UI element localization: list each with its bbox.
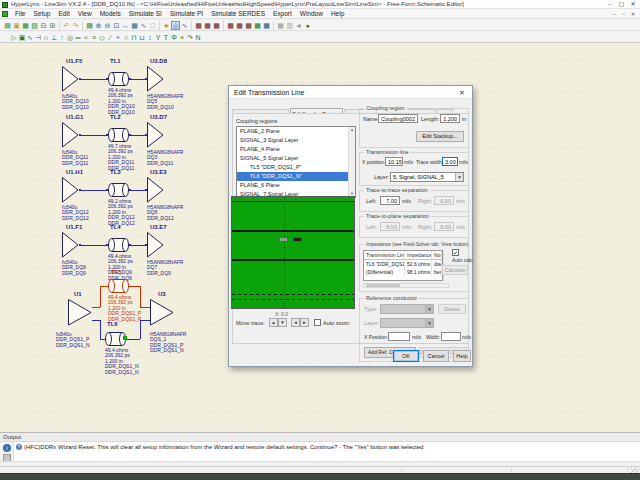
new-schematic-icon[interactable]: ▤ [3,21,12,30]
net-name-tool-icon[interactable]: N [194,33,202,42]
ddr-wizard-icon[interactable]: ▦ [262,21,271,30]
move-trace-down-button[interactable]: ▼ [278,318,287,327]
grid-toggle-icon[interactable]: ▦ [276,21,285,30]
tline-symbol[interactable] [108,72,129,86]
menu-models[interactable]: Models [96,9,125,19]
spectrum-analyzer-icon[interactable]: ∿ [180,21,189,30]
copy-icon[interactable]: ⊞ [48,21,57,30]
connector-tool-icon[interactable]: ◇ [98,33,106,42]
wire-tool-icon[interactable]: ∕ [106,33,114,42]
impedance-table-hscrollbar[interactable] [363,283,449,288]
probe-tool-icon[interactable]: Φ [170,33,178,42]
region-list-item[interactable]: PLANE_2 Plane [237,127,355,136]
cross-section-preview[interactable] [231,196,355,309]
tline-symbol[interactable] [108,183,129,197]
sweep-manager-icon[interactable]: ▦ [235,21,244,30]
ibis-model-icon[interactable]: ▦ [253,21,262,30]
region-list-item[interactable]: SIGNAL_5 Signal Layer [237,154,355,163]
driver-buffer-symbol[interactable] [62,66,79,92]
doc-close-button[interactable]: ✕ [629,9,637,19]
preview-trace-tl5[interactable] [280,238,287,241]
close-button[interactable]: ✕ [628,0,638,9]
menu-edit[interactable]: Edit [54,9,73,19]
output-panel-body[interactable]: ? (HFC)DDRx Wizard Reset: This will clea… [14,442,640,461]
tline-symbol[interactable] [108,238,129,252]
terminator-tool-icon[interactable]: ⊔ [138,33,146,42]
minimize-button[interactable]: – [605,0,615,9]
layer-combo[interactable]: 5, Signal, SIGNAL_5▼ [390,172,464,182]
trace-width-field[interactable]: 3.00 [442,157,458,166]
diff-receiver-symbol[interactable] [150,299,174,326]
menu-setup[interactable]: Setup [29,9,54,19]
chevron-down-icon[interactable]: ▼ [455,173,463,181]
menu-simulate-pi[interactable]: Simulate PI [166,9,207,19]
wizard-icon[interactable]: ★ [162,21,171,30]
zoom-board-icon[interactable]: ⊡ [112,21,121,30]
ground-tool-icon[interactable]: ⊥ [50,33,58,42]
region-list-item[interactable]: TL5 "DDR_DQS1_P" [237,163,355,172]
impedance-table-row[interactable]: (Differential)98.1 ohmsbest [364,268,442,276]
impedance-table[interactable]: Transmission LineImpedanceNoteTL6 "DDR_D… [363,250,443,281]
doc-restore-button[interactable]: ▫ [619,9,627,19]
redo-icon[interactable]: ↷ [71,21,80,30]
maximize-button[interactable]: ▢ [616,0,626,9]
bert-scan-icon[interactable]: ▦ [226,21,235,30]
move-trace-left-button[interactable]: ◄ [291,318,300,327]
stub-tool-icon[interactable]: ⊓ [130,33,138,42]
junction-tool-icon[interactable]: + [114,33,122,42]
bathtub-curve-icon[interactable]: ▦ [203,21,212,30]
undo-icon[interactable]: ↶ [62,21,71,30]
x-position-field[interactable]: 10.15 [385,157,403,166]
ref-width-field[interactable] [441,332,461,341]
ref-x-position-field[interactable] [388,332,410,341]
menu-help[interactable]: Help [327,9,348,19]
ic-tool-icon[interactable]: ▣ [18,33,26,42]
driver-buffer-symbol[interactable] [62,232,79,258]
menu-view[interactable]: View [74,9,96,19]
print-icon[interactable]: ⊟ [39,21,48,30]
diff-pair-tool-icon[interactable]: ↕ [146,33,154,42]
power-tool-icon[interactable]: ↑ [58,33,66,42]
dialog-title-bar[interactable]: Edit Transmission Line ✕ [229,86,472,99]
region-list-item[interactable]: PLANE_6 Plane [237,181,355,190]
help-icon[interactable]: ● [303,21,312,30]
tline-symbol[interactable] [108,128,129,142]
region-list-item[interactable]: PLANE_4 Plane [237,145,355,154]
inductor-tool-icon[interactable]: ∩ [42,33,50,42]
edit-stackup-button[interactable]: Edit Stackup... [416,131,464,142]
menu-simulate-si[interactable]: Simulate SI [125,9,166,19]
move-trace-right-button[interactable]: ► [300,318,309,327]
region-list-item[interactable]: SIGNAL_3 Signal Layer [237,136,355,145]
spreadsheet-icon[interactable]: ▦ [130,21,139,30]
crosstalk-icon[interactable]: ▦ [244,21,253,30]
receiver-buffer-symbol[interactable] [147,177,164,203]
selection-handle[interactable] [123,336,127,340]
pin-tool-icon[interactable]: ○ [122,33,130,42]
pan-icon[interactable]: ↔ [121,21,130,30]
doc-minimize-button[interactable]: – [610,9,618,19]
open-icon[interactable]: ▣ [12,21,21,30]
preview-trace-tl6-selected[interactable] [293,237,302,242]
impedance-table-row[interactable]: TL6 "DDR_DQS1_N"52.6 ohmsdiago [364,260,442,268]
region-list-item[interactable]: TL6 "DDR_DQS1_N" [237,172,355,181]
auto-zoom-checkbox[interactable] [314,319,321,326]
save-icon[interactable]: ▦ [21,21,30,30]
driver-buffer-symbol[interactable] [62,122,79,148]
options-icon[interactable]: ▥ [285,21,294,30]
waveform-icon[interactable]: ∿ [139,21,148,30]
length-field[interactable]: 1.200 [440,114,460,123]
speaker-icon[interactable]: ◄ [294,21,303,30]
coupling-regions-list[interactable]: PLANE_2 PlaneSIGNAL_3 Signal LayerPLANE_… [236,126,356,198]
menu-export[interactable]: Export [269,9,296,19]
info-icon[interactable]: i [3,444,11,452]
delete-tool-icon[interactable]: × [178,33,186,42]
receiver-buffer-symbol[interactable] [147,232,164,258]
y-junction-tool-icon[interactable]: Y [154,33,162,42]
diff-driver-symbol[interactable] [68,299,92,326]
text-tool-icon[interactable]: T [162,33,170,42]
list-scrollbar[interactable]: ▲▼ [348,127,355,197]
tt-left-field[interactable]: 7.00 [380,196,400,205]
auto-calc-checkbox[interactable]: ✓ [452,249,459,256]
rotate-tool-icon[interactable]: ↷ [186,33,194,42]
oscilloscope-icon[interactable]: ◎ [171,21,180,30]
